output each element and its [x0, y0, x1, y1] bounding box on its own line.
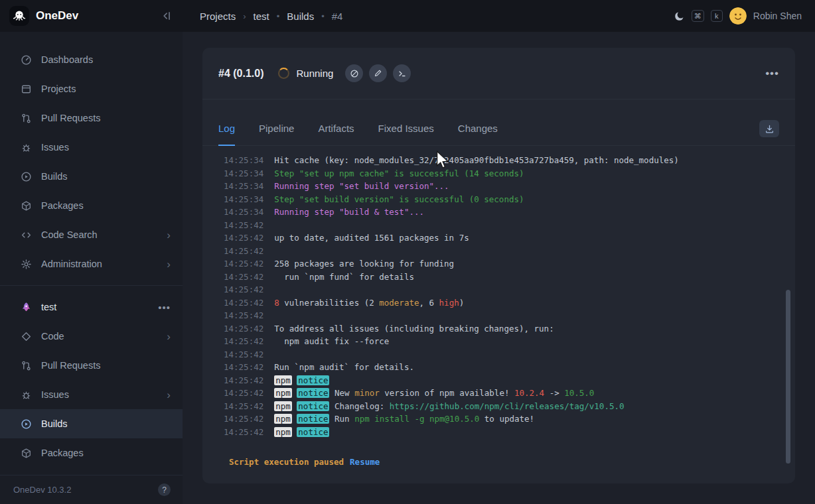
log-scrollbar-thumb[interactable]	[786, 290, 790, 464]
play-circle-icon	[20, 170, 32, 182]
log-line: 14:25:42258 packages are looking for fun…	[224, 257, 779, 271]
log-timestamp: 14:25:42	[224, 284, 263, 294]
build-header: #4 (0.1.0) Running •••	[202, 48, 795, 99]
paused-message: Script execution paused	[229, 457, 344, 467]
log-timestamp: 14:25:34	[224, 181, 263, 191]
breadcrumb-test[interactable]: test	[254, 11, 269, 22]
log-lines: 14:25:34Hit cache (key: node_modules_32/…	[224, 154, 779, 438]
code-icon	[20, 330, 32, 342]
sidebar-item-label: Issues	[41, 389, 69, 400]
log-timestamp: 14:25:34	[224, 207, 263, 217]
log-line: 14:25:42To address all issues (including…	[224, 322, 779, 336]
gear-icon	[20, 258, 32, 270]
log-line: 14:25:42npm notice New minor version of …	[224, 387, 779, 400]
log-timestamp: 14:25:42	[224, 259, 263, 269]
sidebar-item-project-issues[interactable]: Issues ›	[0, 380, 183, 409]
collapse-sidebar-icon[interactable]	[160, 10, 172, 22]
bug-icon	[20, 389, 32, 401]
build-more-icon[interactable]: •••	[765, 67, 779, 80]
log-line: 14:25:42	[224, 219, 779, 232]
resume-link[interactable]: Resume	[350, 457, 380, 467]
sidebar-divider	[0, 285, 183, 286]
pull-request-icon	[20, 359, 32, 371]
sidebar: OneDev Dashboards Projects	[0, 0, 183, 504]
download-log-button[interactable]	[759, 120, 779, 137]
help-icon[interactable]: ?	[158, 483, 171, 496]
project-name: test	[41, 302, 56, 312]
brand-name: OneDev	[36, 9, 78, 23]
sidebar-project-test[interactable]: test •••	[0, 292, 183, 322]
sidebar-item-administration[interactable]: Administration ›	[0, 249, 183, 279]
sidebar-item-issues[interactable]: Issues	[0, 133, 183, 162]
sidebar-item-project-packages[interactable]: Packages	[0, 438, 183, 468]
tab-changes[interactable]: Changes	[458, 123, 498, 146]
breadcrumb-builds[interactable]: Builds	[287, 11, 314, 22]
log-line: 14:25:34Step "set up npm cache" is succe…	[224, 167, 779, 180]
sidebar-item-code-search[interactable]: Code Search ›	[0, 220, 183, 249]
avatar[interactable]	[729, 7, 747, 25]
sidebar-item-project-pull-requests[interactable]: Pull Requests	[0, 351, 183, 380]
rocket-icon	[20, 301, 32, 313]
breadcrumb-separator: •	[277, 11, 280, 21]
sidebar-item-label: Issues	[41, 142, 69, 153]
sidebar-item-label: Builds	[41, 171, 68, 182]
build-log[interactable]: 14:25:34Hit cache (key: node_modules_32/…	[202, 146, 795, 451]
log-timestamp: 14:25:42	[224, 298, 263, 308]
log-line: 14:25:428 vulnerabilities (2 moderate, 6…	[224, 296, 779, 310]
tab-artifacts[interactable]: Artifacts	[318, 123, 354, 146]
log-timestamp: 14:25:42	[224, 375, 263, 385]
package-icon	[20, 200, 32, 212]
tab-fixed-issues[interactable]: Fixed Issues	[378, 123, 434, 146]
sidebar-item-label: Projects	[41, 84, 76, 94]
log-line: 14:25:34Running step "build & test"...	[224, 206, 779, 219]
log-timestamp: 14:25:42	[224, 336, 263, 346]
build-tabs: Log Pipeline Artifacts Fixed Issues Chan…	[202, 99, 795, 146]
cancel-build-button[interactable]	[345, 64, 363, 82]
build-card: #4 (0.1.0) Running •••	[202, 48, 795, 483]
play-circle-icon	[20, 418, 32, 430]
log-timestamp: 14:25:42	[224, 401, 263, 411]
topbar-right: ⌘ k Robin Shen	[674, 7, 802, 25]
sidebar-item-packages[interactable]: Packages	[0, 191, 183, 220]
log-line: 14:25:42npm notice Run npm install -g np…	[224, 412, 779, 426]
app-root: OneDev Dashboards Projects	[0, 0, 815, 504]
topbar: Projects › test • Builds • #4 ⌘ k Robin …	[183, 0, 815, 32]
log-line: 14:25:34Step "set build version" is succ…	[224, 193, 779, 206]
breadcrumb-separator: •	[321, 11, 325, 21]
log-timestamp: 14:25:42	[224, 220, 263, 230]
log-line: 14:25:42	[224, 245, 779, 258]
code-search-icon	[20, 229, 32, 241]
paused-row: Script execution paused Resume	[202, 451, 795, 467]
dashboard-icon	[20, 54, 32, 66]
sidebar-item-label: Pull Requests	[41, 360, 100, 371]
project-more-icon[interactable]: •••	[158, 302, 171, 313]
terminal-button[interactable]	[393, 64, 411, 82]
sidebar-item-projects[interactable]: Projects	[0, 74, 183, 103]
log-timestamp: 14:25:42	[224, 388, 263, 398]
breadcrumb-build-number: #4	[332, 11, 343, 22]
sidebar-item-dashboards[interactable]: Dashboards	[0, 45, 183, 74]
main-area: Projects › test • Builds • #4 ⌘ k Robin …	[183, 0, 815, 504]
tab-log[interactable]: Log	[218, 123, 235, 146]
sidebar-item-label: Builds	[41, 418, 68, 429]
content-area: #4 (0.1.0) Running •••	[183, 32, 815, 504]
tab-pipeline[interactable]: Pipeline	[259, 123, 294, 146]
breadcrumb-separator: ›	[243, 11, 246, 21]
dark-mode-icon[interactable]	[674, 11, 685, 22]
log-timestamp: 14:25:42	[224, 427, 263, 437]
sidebar-item-project-builds[interactable]: Builds	[0, 409, 183, 438]
chevron-right-icon: ›	[167, 389, 171, 401]
sidebar-footer: OneDev 10.3.2 ?	[0, 475, 183, 504]
sidebar-item-builds[interactable]: Builds	[0, 162, 183, 191]
sidebar-item-project-code[interactable]: Code ›	[0, 322, 183, 351]
onedev-logo-icon[interactable]	[9, 6, 29, 26]
log-line: 14:25:42npm notice Changelog: https://gi…	[224, 400, 779, 413]
log-timestamp: 14:25:42	[224, 233, 263, 243]
breadcrumb-projects[interactable]: Projects	[200, 11, 236, 22]
chevron-right-icon: ›	[167, 331, 171, 342]
sidebar-item-pull-requests[interactable]: Pull Requests	[0, 103, 183, 133]
breadcrumb: Projects › test • Builds • #4	[200, 11, 342, 22]
user-name[interactable]: Robin Shen	[753, 11, 802, 21]
edit-build-button[interactable]	[369, 64, 387, 82]
pull-request-icon	[20, 112, 32, 124]
